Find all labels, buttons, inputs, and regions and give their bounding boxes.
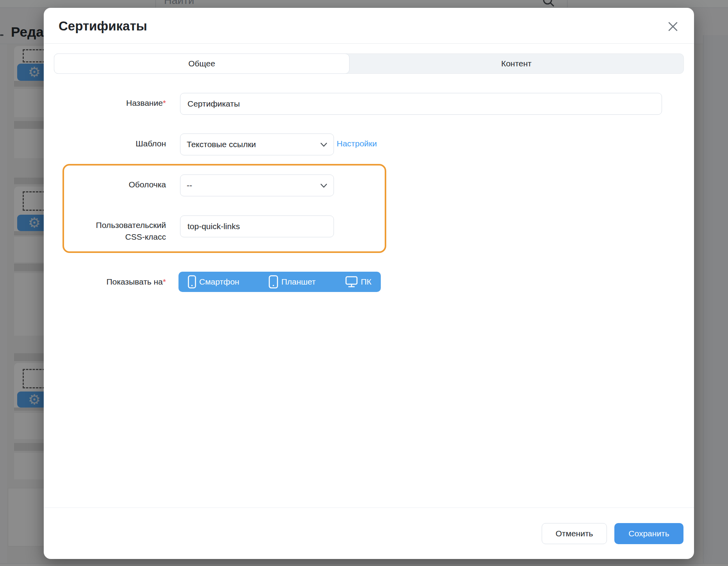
show-on-desktop[interactable]: ПК <box>345 276 371 288</box>
required-mark: * <box>163 277 166 286</box>
required-mark: * <box>163 98 166 107</box>
smartphone-icon <box>188 275 196 288</box>
template-label: Шаблон <box>54 139 166 148</box>
tab-content[interactable]: Контент <box>349 54 683 73</box>
show-on-toggle-group: Смартфон Планшет ПК <box>178 272 381 292</box>
template-select-value: Текстовые ссылки <box>187 140 256 149</box>
modal-tabs: Общее Контент <box>54 53 684 74</box>
close-icon <box>667 20 679 33</box>
template-select[interactable]: Текстовые ссылки <box>180 133 334 155</box>
css-class-label: Пользовательский CSS-класс <box>64 219 166 243</box>
close-button[interactable] <box>666 20 680 34</box>
name-input[interactable] <box>180 93 662 115</box>
save-button[interactable]: Сохранить <box>614 523 683 544</box>
template-settings-link[interactable]: Настройки <box>337 139 377 148</box>
tablet-icon <box>269 275 278 288</box>
show-on-tablet[interactable]: Планшет <box>269 275 316 288</box>
wrapper-select-value: -- <box>187 181 192 190</box>
modal-header: Сертификаты <box>44 8 694 44</box>
chevron-down-icon <box>320 140 327 149</box>
modal-title: Сертификаты <box>59 19 147 34</box>
wrapper-select[interactable]: -- <box>180 174 334 196</box>
chevron-down-icon <box>320 181 327 190</box>
name-label: Название* <box>54 98 166 108</box>
cancel-button[interactable]: Отменить <box>542 523 607 544</box>
modal-footer: Отменить Сохранить <box>44 507 694 559</box>
tab-general[interactable]: Общее <box>54 53 350 74</box>
css-class-input[interactable] <box>180 215 334 237</box>
certificates-modal: Сертификаты Общее Контент Название* Шабл… <box>44 8 694 559</box>
show-on-smartphone[interactable]: Смартфон <box>188 275 239 288</box>
wrapper-label: Оболочка <box>64 180 166 189</box>
show-on-label: Показывать на* <box>54 277 166 287</box>
screen: Найти Реда ⚙ ⚙ <box>0 0 728 566</box>
desktop-icon <box>345 276 358 288</box>
highlighted-group: Оболочка -- Пользовательский CSS-класс <box>62 164 386 253</box>
